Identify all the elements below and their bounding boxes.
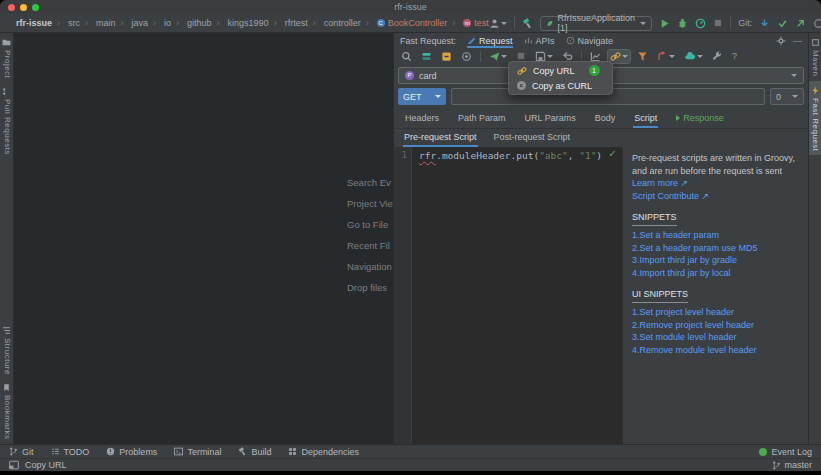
cloud-icon bbox=[684, 51, 696, 62]
git-branch-widget[interactable]: master bbox=[772, 460, 812, 470]
profile-menu-button[interactable] bbox=[489, 18, 507, 29]
search-request-button[interactable] bbox=[399, 50, 414, 63]
breadcrumb-item[interactable]: main bbox=[80, 18, 116, 28]
copy-url-button[interactable] bbox=[608, 50, 630, 63]
debug-button[interactable] bbox=[677, 18, 688, 29]
method-select[interactable]: GET bbox=[398, 88, 446, 105]
toolwindow-bookmarks[interactable]: Bookmarks bbox=[1, 378, 13, 444]
toolwindow-maven[interactable]: Maven bbox=[809, 33, 821, 81]
zoom-window-button[interactable] bbox=[32, 4, 39, 11]
target-config-button[interactable] bbox=[459, 50, 474, 63]
export-button[interactable] bbox=[655, 50, 677, 63]
ui-snippets-heading: UI SNIPPETS bbox=[632, 288, 688, 303]
env-config-button[interactable] bbox=[419, 50, 434, 63]
build-project-button[interactable] bbox=[522, 18, 533, 29]
hint-line: Search Ev bbox=[347, 172, 393, 193]
git-commit-button[interactable] bbox=[777, 18, 788, 29]
toolwindow-terminal[interactable]: Terminal bbox=[174, 447, 221, 457]
snippet-link[interactable]: 1.Set a header param bbox=[632, 229, 799, 242]
filter-button[interactable] bbox=[635, 50, 650, 63]
docs-intro: Pre-request scripts are written in Groov… bbox=[632, 152, 799, 177]
ui-snippet-link[interactable]: 1.Set project level header bbox=[632, 306, 799, 319]
tab-pre-request-script[interactable]: Pre-request Script bbox=[403, 128, 478, 147]
breadcrumb-item[interactable]: io bbox=[148, 18, 171, 28]
tools-button[interactable] bbox=[710, 50, 725, 63]
toolwindow-pull-requests[interactable]: Pull Requests bbox=[1, 82, 13, 159]
breadcrumb-item[interactable]: rfrtest bbox=[269, 18, 308, 28]
tab-path-param[interactable]: Path Param bbox=[457, 109, 507, 128]
profiler-button[interactable] bbox=[695, 18, 706, 29]
ide-body: Search Ev Project Vie Go to File Recent … bbox=[0, 33, 821, 444]
close-window-button[interactable] bbox=[8, 4, 15, 11]
snippet-link[interactable]: 2.Set a header param use MD5 bbox=[632, 242, 799, 255]
toolwindow-todo[interactable]: TODO bbox=[51, 447, 90, 457]
toolwindow-structure[interactable]: Structure bbox=[1, 321, 13, 379]
profiler-icon bbox=[695, 18, 706, 29]
tab-apis[interactable]: APIs bbox=[524, 33, 555, 48]
sync-cloud-button[interactable] bbox=[682, 50, 705, 63]
toolwindow-switcher-icon[interactable] bbox=[9, 460, 19, 470]
menu-item-copy-url[interactable]: Copy URL 1 bbox=[509, 63, 612, 78]
toolwindow-problems[interactable]: Problems bbox=[106, 447, 157, 457]
breadcrumb-item[interactable]: src bbox=[52, 18, 80, 28]
snippet-link[interactable]: 3.Import third jar by gradle bbox=[632, 254, 799, 267]
panel-hide-button[interactable]: — bbox=[793, 36, 802, 46]
fast-request-header: Fast Request: Request APIs Navigate — bbox=[394, 33, 808, 48]
stop-button[interactable] bbox=[713, 18, 723, 28]
run-configuration-select[interactable]: RfrIssueApplication [1] bbox=[540, 16, 653, 31]
tab-body[interactable]: Body bbox=[594, 109, 617, 128]
toolwindow-dependencies[interactable]: Dependencies bbox=[288, 447, 359, 457]
breadcrumb-item[interactable]: kings1990 bbox=[212, 18, 269, 28]
chevron-down-icon bbox=[435, 95, 441, 98]
run-button[interactable] bbox=[659, 18, 670, 29]
module-icon bbox=[441, 51, 452, 62]
tab-post-request-script[interactable]: Post-request Script bbox=[493, 128, 572, 147]
toolwindow-git[interactable]: Git bbox=[9, 447, 34, 457]
retry-count-select[interactable]: 0 bbox=[770, 88, 804, 105]
panel-settings-button[interactable] bbox=[776, 36, 786, 46]
toolwindow-fast-request[interactable]: Fast Request bbox=[809, 81, 821, 156]
funnel-icon bbox=[637, 51, 648, 62]
git-update-button[interactable] bbox=[759, 18, 770, 29]
toolwindow-build[interactable]: Build bbox=[238, 447, 271, 457]
undo-arrow-icon bbox=[562, 51, 573, 62]
tab-request[interactable]: Request bbox=[467, 33, 513, 48]
tab-response[interactable]: Response bbox=[675, 109, 725, 128]
breadcrumb-item[interactable]: controller bbox=[308, 18, 361, 28]
git-push-button[interactable] bbox=[795, 18, 806, 29]
script-editor[interactable]: 1 rfr.moduleHeader.put("abc", "1") ✓ bbox=[394, 147, 622, 444]
minimize-window-button[interactable] bbox=[20, 4, 27, 11]
toolwindow-event-log[interactable]: Event Log bbox=[759, 447, 812, 457]
mnemonic-badge: 1 bbox=[589, 65, 600, 76]
hint-line: Recent Fil bbox=[347, 235, 393, 256]
tab-url-params[interactable]: URL Params bbox=[524, 109, 577, 128]
breadcrumb-item[interactable]: java bbox=[116, 18, 149, 28]
module-config-button[interactable] bbox=[439, 50, 454, 63]
send-request-button[interactable] bbox=[487, 50, 509, 63]
git-history-button[interactable] bbox=[813, 18, 821, 29]
panel-title: Fast Request: bbox=[400, 36, 456, 46]
menu-item-copy-as-curl[interactable]: c Copy as CURL bbox=[509, 78, 612, 93]
breadcrumb-item-class[interactable]: CBookController bbox=[361, 18, 448, 28]
breadcrumb-item[interactable]: github bbox=[171, 18, 212, 28]
toolwindow-project[interactable]: Project bbox=[1, 33, 13, 82]
learn-more-link[interactable]: Learn more ↗ bbox=[632, 177, 799, 190]
tab-navigate[interactable]: Navigate bbox=[566, 33, 614, 48]
ui-snippet-link[interactable]: 4.Remove module level header bbox=[632, 344, 799, 357]
stop-icon bbox=[713, 18, 723, 28]
breadcrumb-item[interactable]: rfr-issue bbox=[16, 18, 52, 28]
ui-snippet-link[interactable]: 2.Remove project level header bbox=[632, 319, 799, 332]
hint-line: Navigation bbox=[347, 256, 393, 277]
target-icon bbox=[461, 51, 472, 62]
tab-headers[interactable]: Headers bbox=[404, 109, 440, 128]
help-button[interactable]: ? bbox=[730, 50, 739, 62]
ui-snippet-link[interactable]: 3.Set module level header bbox=[632, 331, 799, 344]
snippet-link[interactable]: 4.Import third jar by local bbox=[632, 267, 799, 280]
script-contribute-link[interactable]: Script Contribute ↗ bbox=[632, 190, 799, 203]
dependencies-icon bbox=[288, 447, 297, 456]
request-icon bbox=[467, 36, 476, 45]
breadcrumb-item-method[interactable]: mtest bbox=[447, 18, 489, 28]
fast-request-icon bbox=[811, 86, 820, 95]
tab-script[interactable]: Script bbox=[633, 109, 658, 128]
bottom-toolwindow-bar: Git TODO Problems Terminal Build Depende… bbox=[0, 444, 821, 458]
